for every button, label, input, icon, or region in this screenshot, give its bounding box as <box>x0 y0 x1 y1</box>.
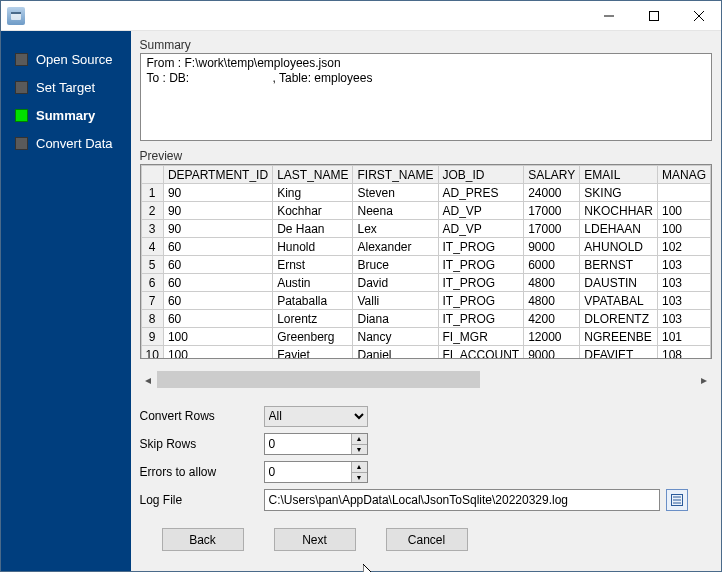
horizontal-scrollbar[interactable]: ◂ ▸ <box>140 371 712 388</box>
summary-text[interactable]: From : F:\work\temp\employees.json To : … <box>140 53 712 141</box>
table-cell[interactable] <box>657 184 710 202</box>
table-cell[interactable]: 103 <box>657 256 710 274</box>
column-header[interactable]: EMAIL <box>580 166 658 184</box>
table-cell[interactable]: 9000 <box>524 346 580 360</box>
log-file-input[interactable] <box>264 489 660 511</box>
table-cell[interactable]: AD_VP <box>438 202 524 220</box>
table-cell[interactable]: NGREENBE <box>580 328 658 346</box>
errors-allow-spinner[interactable]: ▲▼ <box>264 461 368 483</box>
spin-down-icon[interactable]: ▼ <box>352 473 367 483</box>
table-cell[interactable]: 90 <box>163 220 272 238</box>
minimize-button[interactable] <box>586 1 631 30</box>
table-cell[interactable]: 101 <box>657 328 710 346</box>
step-set-target[interactable]: Set Target <box>1 73 131 101</box>
table-cell[interactable]: Lex <box>353 220 438 238</box>
table-cell[interactable]: 4200 <box>524 310 580 328</box>
table-cell[interactable]: DLORENTZ <box>580 310 658 328</box>
table-cell[interactable]: 90 <box>163 202 272 220</box>
table-cell[interactable]: Nancy <box>353 328 438 346</box>
column-header[interactable]: JOB_ID <box>438 166 524 184</box>
skip-rows-input[interactable] <box>265 434 351 454</box>
table-cell[interactable]: 103 <box>657 310 710 328</box>
table-cell[interactable]: BERNST <box>580 256 658 274</box>
table-cell[interactable]: 4800 <box>524 274 580 292</box>
table-cell[interactable]: 60 <box>163 310 272 328</box>
browse-log-button[interactable] <box>666 489 688 511</box>
step-open-source[interactable]: Open Source <box>1 45 131 73</box>
table-cell[interactable]: 17000 <box>524 202 580 220</box>
table-row[interactable]: 190KingStevenAD_PRES24000SKING <box>141 184 710 202</box>
scroll-right-arrow[interactable]: ▸ <box>695 371 712 388</box>
skip-rows-spinner[interactable]: ▲▼ <box>264 433 368 455</box>
column-header[interactable]: MANAG <box>657 166 710 184</box>
spin-up-icon[interactable]: ▲ <box>352 462 367 473</box>
table-cell[interactable]: 102 <box>657 238 710 256</box>
table-cell[interactable]: 9000 <box>524 238 580 256</box>
errors-allow-input[interactable] <box>265 462 351 482</box>
table-cell[interactable]: 103 <box>657 292 710 310</box>
table-cell[interactable]: LDEHAAN <box>580 220 658 238</box>
table-cell[interactable]: 90 <box>163 184 272 202</box>
back-button[interactable]: Back <box>162 528 244 551</box>
table-cell[interactable]: 4800 <box>524 292 580 310</box>
table-cell[interactable]: 6000 <box>524 256 580 274</box>
next-button[interactable]: Next <box>274 528 356 551</box>
table-cell[interactable]: 60 <box>163 256 272 274</box>
table-cell[interactable]: Lorentz <box>273 310 353 328</box>
table-cell[interactable]: 17000 <box>524 220 580 238</box>
table-cell[interactable]: De Haan <box>273 220 353 238</box>
table-cell[interactable]: DAUSTIN <box>580 274 658 292</box>
cancel-button[interactable]: Cancel <box>386 528 468 551</box>
column-header[interactable]: SALARY <box>524 166 580 184</box>
maximize-button[interactable] <box>631 1 676 30</box>
table-cell[interactable]: 100 <box>163 328 272 346</box>
table-cell[interactable]: IT_PROG <box>438 310 524 328</box>
table-row[interactable]: 760PataballaValliIT_PROG4800VPATABAL103 <box>141 292 710 310</box>
table-cell[interactable]: 100 <box>163 346 272 360</box>
table-cell[interactable]: 60 <box>163 292 272 310</box>
table-cell[interactable]: 24000 <box>524 184 580 202</box>
table-cell[interactable]: Ernst <box>273 256 353 274</box>
table-cell[interactable]: David <box>353 274 438 292</box>
spin-up-icon[interactable]: ▲ <box>352 434 367 445</box>
table-cell[interactable]: Greenberg <box>273 328 353 346</box>
scroll-left-arrow[interactable]: ◂ <box>140 371 157 388</box>
table-cell[interactable]: 103 <box>657 274 710 292</box>
column-header[interactable]: LAST_NAME <box>273 166 353 184</box>
table-cell[interactable]: AD_PRES <box>438 184 524 202</box>
column-header[interactable]: FIRST_NAME <box>353 166 438 184</box>
table-cell[interactable]: IT_PROG <box>438 238 524 256</box>
table-cell[interactable]: King <box>273 184 353 202</box>
table-cell[interactable]: DFAVIET <box>580 346 658 360</box>
table-cell[interactable]: 108 <box>657 346 710 360</box>
step-convert-data[interactable]: Convert Data <box>1 129 131 157</box>
table-cell[interactable]: NKOCHHAR <box>580 202 658 220</box>
table-row[interactable]: 460HunoldAlexanderIT_PROG9000AHUNOLD102 <box>141 238 710 256</box>
column-header[interactable]: DEPARTMENT_ID <box>163 166 272 184</box>
table-cell[interactable]: FI_MGR <box>438 328 524 346</box>
table-cell[interactable]: VPATABAL <box>580 292 658 310</box>
table-row[interactable]: 10100FavietDanielFI_ACCOUNT9000DFAVIET10… <box>141 346 710 360</box>
table-row[interactable]: 9100GreenbergNancyFI_MGR12000NGREENBE101 <box>141 328 710 346</box>
table-cell[interactable]: Diana <box>353 310 438 328</box>
table-cell[interactable]: AHUNOLD <box>580 238 658 256</box>
table-cell[interactable]: 100 <box>657 202 710 220</box>
table-cell[interactable]: 12000 <box>524 328 580 346</box>
convert-rows-select[interactable]: All <box>264 406 368 427</box>
table-row[interactable]: 290KochharNeenaAD_VP17000NKOCHHAR100 <box>141 202 710 220</box>
scroll-track[interactable] <box>157 371 695 388</box>
table-cell[interactable]: Alexander <box>353 238 438 256</box>
table-cell[interactable]: Faviet <box>273 346 353 360</box>
table-cell[interactable]: 60 <box>163 274 272 292</box>
table-cell[interactable]: Steven <box>353 184 438 202</box>
table-cell[interactable]: Neena <box>353 202 438 220</box>
table-cell[interactable]: FI_ACCOUNT <box>438 346 524 360</box>
table-cell[interactable]: Pataballa <box>273 292 353 310</box>
table-cell[interactable]: Valli <box>353 292 438 310</box>
table-cell[interactable]: Austin <box>273 274 353 292</box>
table-row[interactable]: 660AustinDavidIT_PROG4800DAUSTIN103 <box>141 274 710 292</box>
preview-table[interactable]: DEPARTMENT_IDLAST_NAMEFIRST_NAMEJOB_IDSA… <box>140 164 712 359</box>
table-cell[interactable]: Daniel <box>353 346 438 360</box>
table-row[interactable]: 390De HaanLexAD_VP17000LDEHAAN100 <box>141 220 710 238</box>
table-cell[interactable]: AD_VP <box>438 220 524 238</box>
